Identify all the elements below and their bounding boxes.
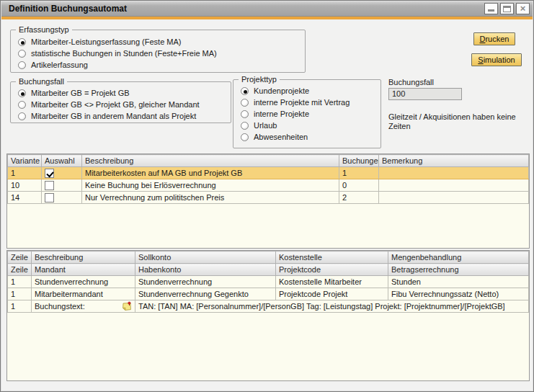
auswahl-checkbox[interactable] xyxy=(45,181,54,190)
auswahl-checkbox[interactable] xyxy=(45,193,54,202)
group-projekttyp: Projekttyp Kundenprojekte interne Projek… xyxy=(233,79,381,148)
buchungen-cell: 1 xyxy=(339,167,379,179)
buchungsfall-field[interactable]: 100 xyxy=(388,88,462,100)
radio-label: interne Projekte mit Vertrag xyxy=(254,98,350,107)
mengenbehandlung-cell: Fibu Verrechnungssatz (Netto) xyxy=(388,288,529,300)
variants-table: Variante Auswahl Beschreibung Buchungen … xyxy=(7,154,529,204)
auswahl-checkbox[interactable] xyxy=(45,169,54,178)
zeile-cell: 1 xyxy=(8,288,32,300)
radio-icon[interactable] xyxy=(241,122,249,130)
beschreibung-cell: Mitarbeiterkosten auf MA GB und Projekt … xyxy=(82,167,339,179)
lines-header-row-2: Zeile Mandant Habenkonto Projektcode Bet… xyxy=(8,264,529,276)
col-header-bemerkung: Bemerkung xyxy=(379,155,529,167)
radio-option-mitarbeiter-leistungserfassung[interactable]: Mitarbeiter-Leistungserfassung (Feste MA… xyxy=(18,36,305,48)
simulation-button[interactable]: Simulation xyxy=(471,53,522,66)
radio-icon[interactable] xyxy=(18,61,26,69)
close-button[interactable]: × xyxy=(516,3,530,14)
variante-cell: 14 xyxy=(8,192,42,204)
line-row-2[interactable]: 1 Mitarbeitermandant Stundenverrechnung … xyxy=(8,288,529,300)
beschreibung-cell: Stundenverrechnung xyxy=(32,276,135,288)
radio-option-statistische-buchungen[interactable]: statistische Buchungen in Stunden (Feste… xyxy=(18,48,305,59)
col-header-variante: Variante xyxy=(8,155,42,167)
bemerkung-cell xyxy=(379,179,529,192)
radio-icon[interactable] xyxy=(241,87,249,95)
radio-label: Mitarbeiter GB <> Projekt GB, gleicher M… xyxy=(31,100,200,109)
variants-header-row: Variante Auswahl Beschreibung Buchungen … xyxy=(8,155,529,167)
minimize-button[interactable] xyxy=(484,3,498,14)
radio-label: Mitarbeiter-Leistungserfassung (Feste MA… xyxy=(31,37,181,46)
radio-option-gb-anderer-mandant[interactable]: Mitarbeiter GB in anderem Mandant als Pr… xyxy=(18,110,231,122)
variant-row-1[interactable]: 1 Mitarbeiterkosten auf MA GB und Projek… xyxy=(8,167,529,179)
buchungsfall-field-label: Buchungsfall xyxy=(388,78,434,86)
col-header-betragserrechnung: Betragserrechnung xyxy=(388,264,529,276)
close-icon: × xyxy=(520,4,526,13)
drucken-button-label: Drucken xyxy=(480,35,509,43)
title-bar: Definition Buchungsautomat × xyxy=(1,1,533,17)
col-header-kostenstelle: Kostenstelle xyxy=(276,251,388,264)
radio-label: Mitarbeiter GB = Projekt GB xyxy=(31,89,130,97)
group-buchungsfall: Buchungsfall Mitarbeiter GB = Projekt GB… xyxy=(10,81,231,123)
buchungen-cell: 0 xyxy=(339,179,379,192)
app-window: Definition Buchungsautomat × Erfassungst… xyxy=(0,0,534,392)
radio-label: interne Projekte xyxy=(254,110,309,118)
lines-grid: Zeile Beschreibung Sollkonto Kostenstell… xyxy=(6,250,530,381)
buchungstext-label: Buchungstext: xyxy=(35,302,85,311)
lines-table: Zeile Beschreibung Sollkonto Kostenstell… xyxy=(7,251,529,313)
sollkonto-cell: Stundenverrechnung xyxy=(135,276,276,288)
radio-label: Artikelerfassung xyxy=(31,61,88,69)
beschreibung-cell: Mitarbeitermandant xyxy=(32,288,135,300)
radio-icon[interactable] xyxy=(18,89,26,97)
sticky-note-icon[interactable] xyxy=(122,301,132,311)
radio-label: Kundenprojekte xyxy=(254,86,309,95)
group-erfassungstyp-label: Erfassungstyp xyxy=(16,25,72,34)
radio-option-gb-ungleich[interactable]: Mitarbeiter GB <> Projekt GB, gleicher M… xyxy=(18,99,231,110)
zeile-cell: 1 xyxy=(8,276,32,288)
group-erfassungstyp: Erfassungstyp Mitarbeiter-Leistungserfas… xyxy=(10,30,306,73)
col-header-mandant: Mandant xyxy=(32,264,135,276)
variant-row-10[interactable]: 10 Keine Buchung bei Erlösverrechnung 0 xyxy=(8,179,529,192)
radio-icon[interactable] xyxy=(241,110,249,118)
drucken-button[interactable]: Drucken xyxy=(473,32,515,45)
kostenstelle-cell: Kostenstelle Mitarbeiter xyxy=(276,276,388,288)
radio-option-artikelerfassung[interactable]: Artikelerfassung xyxy=(18,59,305,71)
buchungstext-row[interactable]: 1 Buchungstext: TAN: [TAN] MA: [Personal… xyxy=(8,300,529,313)
variant-row-14[interactable]: 14 Nur Verrechnung zum polititschen Prei… xyxy=(8,192,529,204)
radio-option-abwesenheiten[interactable]: Abwesenheiten xyxy=(241,131,381,143)
buchungstext-template-cell: TAN: [TAN] MA: [Personalnummer]/[PersonG… xyxy=(135,300,529,313)
sollkonto-cell: Stundenverrechnung Gegenkto xyxy=(135,288,276,300)
group-projekttyp-label: Projekttyp xyxy=(239,75,280,84)
radio-option-interne-projekte-vertrag[interactable]: interne Projekte mit Vertrag xyxy=(241,97,381,108)
radio-icon[interactable] xyxy=(18,38,26,46)
col-header-mengenbehandlung: Mengenbehandlung xyxy=(388,251,529,264)
maximize-icon xyxy=(503,6,511,12)
gleitzeit-note: Gleitzeit / Akquisitionen haben keine Ze… xyxy=(388,112,525,131)
radio-label: Abwesenheiten xyxy=(254,133,308,141)
line-row-1[interactable]: 1 Stundenverrechnung Stundenverrechnung … xyxy=(8,276,529,288)
kostenstelle-cell: Projektcode Projekt xyxy=(276,288,388,300)
beschreibung-cell: Keine Buchung bei Erlösverrechnung xyxy=(82,179,339,192)
simulation-button-label: Simulation xyxy=(478,55,515,64)
radio-option-gb-gleich[interactable]: Mitarbeiter GB = Projekt GB xyxy=(18,87,231,99)
beschreibung-cell: Nur Verrechnung zum polititschen Preis xyxy=(82,192,339,204)
radio-label: statistische Buchungen in Stunden (Feste… xyxy=(31,49,217,58)
buchungen-cell: 2 xyxy=(339,192,379,204)
col-header-zeile: Zeile xyxy=(8,251,32,264)
lines-header-row-1: Zeile Beschreibung Sollkonto Kostenstell… xyxy=(8,251,529,264)
radio-label: Mitarbeiter GB in anderem Mandant als Pr… xyxy=(31,112,196,120)
radio-icon[interactable] xyxy=(241,133,249,141)
variants-grid: Variante Auswahl Beschreibung Buchungen … xyxy=(6,153,530,249)
radio-option-interne-projekte[interactable]: interne Projekte xyxy=(241,108,381,120)
col-header-habenkonto: Habenkonto xyxy=(135,264,276,276)
radio-icon[interactable] xyxy=(18,50,26,58)
maximize-button[interactable] xyxy=(500,3,514,14)
radio-option-urlaub[interactable]: Urlaub xyxy=(241,120,381,131)
window-title: Definition Buchungsautomat xyxy=(9,4,482,14)
variante-cell: 1 xyxy=(8,167,42,179)
variante-cell: 10 xyxy=(8,179,42,192)
radio-label: Urlaub xyxy=(254,121,277,130)
radio-icon[interactable] xyxy=(241,99,249,107)
radio-icon[interactable] xyxy=(18,101,26,109)
radio-icon[interactable] xyxy=(18,112,26,120)
col-header-sollkonto: Sollkonto xyxy=(135,251,276,264)
radio-option-kundenprojekte[interactable]: Kundenprojekte xyxy=(241,85,381,97)
